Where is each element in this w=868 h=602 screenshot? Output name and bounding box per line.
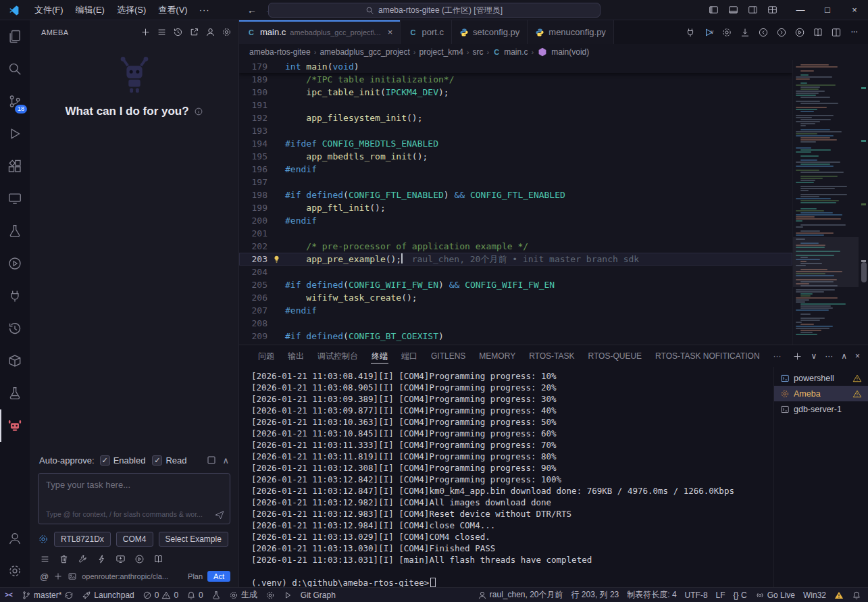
checkbox-checked-icon[interactable]: ✓: [100, 455, 110, 466]
task-input[interactable]: Type your task here... Type @ for contex…: [38, 473, 230, 524]
panel-tab-输出[interactable]: 输出: [281, 345, 311, 367]
menu-查看-v[interactable]: 查看(V): [152, 0, 193, 20]
editor-scrollbar[interactable]: [861, 262, 867, 282]
new-terminal-icon[interactable]: [792, 351, 802, 361]
device-button-com4[interactable]: COM4: [116, 532, 153, 547]
code-line-179[interactable]: 179int main(void): [239, 60, 792, 73]
maximize-button[interactable]: □: [814, 0, 841, 20]
panel-more-icon[interactable]: ···: [825, 351, 833, 361]
activity-lab-tools[interactable]: [0, 377, 30, 409]
status-remote-indicator[interactable]: ><: [0, 588, 18, 602]
status-launchpad[interactable]: Launchpad: [78, 588, 138, 602]
open-in-editor-icon[interactable]: [189, 27, 199, 37]
code-line-200[interactable]: 200#endif: [239, 214, 792, 227]
minimap[interactable]: [792, 60, 868, 345]
tab-main-c[interactable]: Cmain.camebadplus_gcc_project\...×: [239, 20, 401, 44]
code-editor[interactable]: 179int main(void) 189 /*IPC table initia…: [239, 60, 792, 345]
command-center-search[interactable]: ameba-rtos-gitee (工作区) [管理员]: [268, 3, 601, 18]
activity-search[interactable]: [0, 53, 30, 85]
activity-run-debug[interactable]: [0, 118, 30, 150]
activity-manage[interactable]: [0, 555, 30, 587]
panel-tab-gitlens[interactable]: GITLENS: [424, 345, 472, 367]
note-icon[interactable]: [206, 455, 217, 466]
activity-accounts[interactable]: [0, 522, 30, 555]
status-cursor-position[interactable]: 行 203, 列 23: [567, 588, 623, 602]
run-circle[interactable]: [794, 27, 805, 38]
auto-approve-enabled[interactable]: ✓Enabled: [100, 455, 146, 466]
minimize-button[interactable]: —: [787, 0, 814, 20]
panel-tab-端口[interactable]: 端口: [394, 345, 424, 367]
quick-flash-icon[interactable]: [97, 554, 107, 564]
toggle-panel-icon[interactable]: [728, 5, 738, 15]
panel-tab-rtos-task[interactable]: RTOS-TASK: [522, 345, 581, 367]
tab-menuconfig-py[interactable]: menuconfig.py: [528, 20, 614, 44]
panel-maximize-icon[interactable]: ∧: [841, 351, 847, 361]
image-icon[interactable]: [68, 572, 77, 581]
code-line-196[interactable]: 196#endif: [239, 163, 792, 176]
status-indentation[interactable]: 制表符长度: 4: [623, 588, 680, 602]
status-eol[interactable]: LF: [712, 588, 730, 602]
panel-tab-memory[interactable]: MEMORY: [472, 345, 522, 367]
code-line-204[interactable]: 204: [239, 266, 792, 278]
activity-run-panel[interactable]: [0, 247, 30, 280]
status-language-mode[interactable]: {} C: [730, 588, 751, 602]
menu-文件-f[interactable]: 文件(F): [28, 0, 70, 20]
lightbulb-icon[interactable]: [272, 255, 281, 264]
device-button-rtl8721dx[interactable]: RTL8721Dx: [54, 532, 111, 547]
customize-layout-icon[interactable]: [767, 5, 777, 15]
activity-remote-explorer[interactable]: [0, 182, 30, 215]
terminal-item-powershell[interactable]: powershell: [774, 370, 868, 386]
status-notifications[interactable]: [848, 588, 865, 602]
panel-tab-rtos-queue[interactable]: RTOS-QUEUE: [582, 345, 649, 367]
status-encoding[interactable]: UTF-8: [681, 588, 712, 602]
docs-icon[interactable]: [153, 554, 163, 564]
status-debug-tool[interactable]: [207, 588, 225, 602]
activity-ameba-assistant[interactable]: [0, 409, 30, 442]
act-mode-button[interactable]: Act: [207, 571, 230, 582]
breadcrumb-item-project-km4[interactable]: project_km4: [419, 47, 463, 57]
tab-port-c[interactable]: Cport.c: [401, 20, 452, 44]
code-line-189[interactable]: 189 /*IPC table initialization*/: [239, 73, 792, 86]
code-line-193[interactable]: 193: [239, 124, 792, 137]
code-line-205[interactable]: 205#if defined(CONFIG_WIFI_FW_EN) && CON…: [239, 278, 792, 291]
new-task-icon[interactable]: [141, 27, 151, 37]
status-git-graph[interactable]: Git Graph: [297, 588, 340, 602]
code-line-207[interactable]: 207#endif: [239, 304, 792, 317]
code-line-206[interactable]: 206 wififw_task_create();: [239, 291, 792, 304]
tools-icon[interactable]: [78, 554, 88, 564]
code-line-209[interactable]: 209#if defined(CONFIG_BT_COEXIST): [239, 330, 792, 343]
settings-icon[interactable]: [222, 27, 232, 37]
toggle-secondary-sidebar-icon[interactable]: [748, 5, 758, 15]
run-file[interactable]: ∨: [703, 27, 714, 38]
menu-overflow[interactable]: ···: [194, 5, 215, 15]
status-git-blame[interactable]: raul_chen, 20个月前: [474, 588, 567, 602]
collapse-chevron-icon[interactable]: ∧: [222, 455, 229, 466]
panel-tab-调试控制台[interactable]: 调试控制台: [311, 345, 365, 367]
terminal-item-ameba[interactable]: Ameba: [774, 386, 868, 401]
code-line-192[interactable]: 192 app_filesystem_init();: [239, 111, 792, 124]
more-actions[interactable]: ···: [849, 27, 860, 38]
code-line-195[interactable]: 195 app_mbedtls_rom_init();: [239, 150, 792, 163]
status-run-flash[interactable]: [279, 588, 297, 602]
code-line-201[interactable]: 201: [239, 227, 792, 240]
prev-change[interactable]: [758, 27, 769, 38]
breadcrumb-item-src[interactable]: src: [473, 47, 484, 57]
serial-plug[interactable]: [685, 27, 696, 38]
code-line-197[interactable]: 197: [239, 176, 792, 189]
task-history-icon[interactable]: [173, 27, 183, 37]
activity-package-explorer[interactable]: [0, 345, 30, 377]
code-line-191[interactable]: 191: [239, 99, 792, 111]
activity-extensions[interactable]: [0, 150, 30, 182]
status-platform[interactable]: Win32: [799, 588, 830, 602]
send-icon[interactable]: [214, 509, 225, 520]
code-line-194[interactable]: 194#ifdef CONFIG_MBEDTLS_ENABLED: [239, 137, 792, 150]
status-ports-count[interactable]: 0: [182, 588, 207, 602]
checkbox-checked-icon[interactable]: ✓: [152, 455, 162, 466]
activity-explorer[interactable]: [0, 20, 30, 53]
code-line-199[interactable]: 199 app_ftl_init();: [239, 201, 792, 214]
split-editor[interactable]: [831, 27, 842, 38]
flash-device-icon[interactable]: [134, 554, 145, 564]
breadcrumb[interactable]: ameba-rtos-gitee›amebadplus_gcc_project›…: [239, 44, 868, 60]
task-queue-icon[interactable]: [40, 554, 50, 564]
mention-button[interactable]: @: [40, 572, 49, 582]
